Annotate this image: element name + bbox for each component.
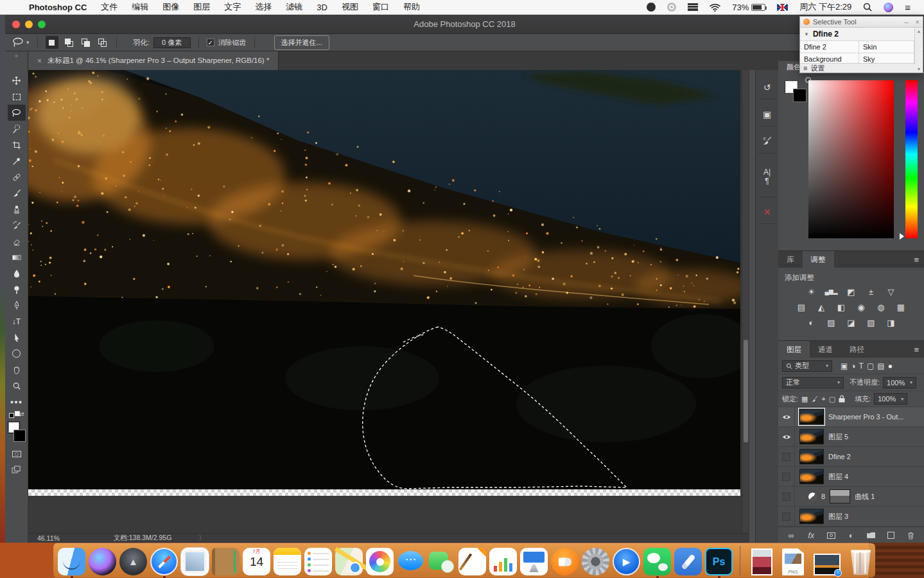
stack-status-icon[interactable]: [688, 3, 698, 11]
ps-title-bar[interactable]: Adobe Photoshop CC 2018: [5, 15, 924, 34]
black-white-icon[interactable]: ◧: [834, 301, 848, 313]
libraries-tab[interactable]: 库: [778, 251, 803, 268]
history-panel-icon[interactable]: ↺: [758, 75, 777, 100]
layer-visibility-toggle[interactable]: [778, 467, 795, 486]
menu-filter[interactable]: 滤镜: [286, 1, 302, 13]
move-tool[interactable]: [8, 73, 26, 89]
hue-saturation-icon[interactable]: ▤: [794, 301, 808, 313]
new-layer-icon[interactable]: [884, 530, 898, 541]
battery-status[interactable]: 73%: [732, 3, 765, 12]
menu-select[interactable]: 选择: [255, 1, 272, 13]
layer-row[interactable]: 图层 4: [778, 467, 924, 487]
filter-type-layers-icon[interactable]: T: [859, 362, 864, 371]
add-to-selection-button[interactable]: [62, 36, 75, 49]
color-balance-icon[interactable]: ◭: [814, 301, 828, 313]
eyedropper-tool[interactable]: [8, 153, 26, 169]
fill-dropdown[interactable]: 100%▾: [874, 393, 907, 405]
filter-adjustment-layers-icon[interactable]: ◑: [851, 362, 855, 371]
paths-tab[interactable]: 路径: [841, 341, 873, 358]
canvas-area[interactable]: 46.11% 文档:138.3M/2.95G 〉: [28, 70, 749, 543]
curves-icon[interactable]: ◩: [844, 286, 859, 297]
creative-cloud-icon[interactable]: [667, 3, 676, 12]
minimize-window-button[interactable]: [25, 21, 33, 28]
selective-filter-button[interactable]: Dfine 2: [800, 41, 859, 53]
swap-colors-icon[interactable]: ⇄: [9, 411, 24, 419]
selective-filter-button[interactable]: Skin: [859, 41, 914, 53]
filter-pixel-layers-icon[interactable]: ▣: [841, 362, 848, 371]
quick-mask-button[interactable]: [8, 446, 26, 462]
new-selection-mode-button[interactable]: [46, 36, 58, 49]
dodge-tool[interactable]: [8, 281, 26, 297]
subtract-from-selection-button[interactable]: [79, 36, 92, 49]
dock-system-preferences[interactable]: [582, 548, 609, 575]
filter-toggle-icon[interactable]: ●: [888, 362, 893, 371]
menu-image[interactable]: 图像: [162, 1, 179, 13]
hue-slider-arrow[interactable]: [900, 233, 904, 240]
marquee-tool[interactable]: [8, 89, 26, 105]
feather-input[interactable]: 0 像素: [153, 37, 191, 48]
threshold-icon[interactable]: ◪: [844, 317, 859, 328]
filter-type-dropdown[interactable]: 类型▾: [782, 360, 832, 372]
adjustments-tab[interactable]: 调整: [803, 251, 834, 268]
lock-position-icon[interactable]: ⌖: [821, 395, 825, 403]
layer-row[interactable]: Sharpener Pro 3 - Out...: [778, 407, 924, 427]
delete-layer-icon[interactable]: [904, 530, 918, 541]
dock-wechat[interactable]: [643, 548, 671, 575]
siri-icon[interactable]: [884, 3, 893, 12]
type-tool[interactable]: ↓T: [8, 313, 26, 329]
layer-thumbnail[interactable]: [799, 509, 824, 524]
screen-mode-button[interactable]: [8, 462, 26, 478]
brush-settings-panel-icon[interactable]: [758, 129, 777, 153]
add-layer-mask-icon[interactable]: [824, 530, 838, 541]
lock-transparency-icon[interactable]: ▦: [801, 395, 808, 403]
selective-settings-footer[interactable]: ≡设置: [800, 63, 916, 73]
channel-mixer-icon[interactable]: ◍: [874, 301, 888, 313]
saturation-brightness-field[interactable]: [808, 80, 894, 238]
posterize-icon[interactable]: ▨: [824, 317, 839, 328]
wechat-status-icon[interactable]: [647, 3, 656, 12]
collapse-triangle-icon[interactable]: ▼: [804, 31, 809, 37]
menu-layer[interactable]: 图层: [193, 1, 210, 13]
layer-thumbnail[interactable]: [799, 449, 824, 464]
zoom-level-field[interactable]: 46.11%: [37, 534, 60, 542]
dock-image-document[interactable]: [751, 548, 772, 575]
quick-selection-tool[interactable]: [8, 121, 26, 137]
dock-notes[interactable]: [274, 548, 301, 575]
filter-shape-layers-icon[interactable]: ▢: [867, 362, 874, 371]
layers-tab[interactable]: 图层: [778, 341, 810, 358]
layer-row[interactable]: 图层 5: [778, 427, 924, 447]
gradient-map-icon[interactable]: ▧: [864, 317, 878, 328]
dock-ibooks[interactable]: [551, 548, 579, 575]
spotlight-search-icon[interactable]: [863, 3, 872, 12]
menu-app-name[interactable]: Photoshop CC: [29, 3, 87, 12]
dock-messages[interactable]: [397, 548, 424, 575]
vertical-scroll-thumb[interactable]: [744, 340, 748, 442]
dock-facetime[interactable]: [428, 548, 455, 575]
close-document-icon[interactable]: ×: [37, 57, 42, 66]
new-adjustment-layer-icon[interactable]: ◐: [844, 530, 859, 541]
background-color-swatch[interactable]: [13, 430, 26, 442]
menu-help[interactable]: 帮助: [403, 1, 420, 13]
dock-launchpad[interactable]: ▲: [119, 548, 147, 575]
panel-menu-icon[interactable]: ≡: [909, 251, 924, 268]
gradient-tool[interactable]: [8, 249, 26, 265]
antialias-checkbox[interactable]: ✓: [207, 39, 214, 46]
menu-type[interactable]: 文字: [224, 1, 241, 13]
opacity-dropdown[interactable]: 100%▾: [883, 377, 916, 389]
selective-color-icon[interactable]: ◨: [884, 317, 898, 328]
lock-artboard-icon[interactable]: ▢: [829, 395, 835, 403]
intersect-selection-button[interactable]: [96, 36, 109, 49]
pen-tool[interactable]: [8, 297, 26, 313]
dock-photoshop[interactable]: Ps: [705, 548, 733, 575]
close-window-button[interactable]: [12, 21, 20, 28]
spot-healing-brush-tool[interactable]: [8, 169, 26, 185]
layer-mask-thumbnail[interactable]: [830, 489, 850, 504]
lock-all-icon[interactable]: [839, 395, 845, 403]
panel-menu-icon[interactable]: ≡: [909, 341, 924, 358]
menu-window[interactable]: 窗口: [372, 1, 389, 13]
layer-name[interactable]: 图层 3: [828, 512, 848, 521]
layer-name[interactable]: 图层 5: [828, 432, 848, 442]
dock-web-image-document[interactable]: [814, 554, 841, 575]
blur-tool[interactable]: [8, 265, 26, 281]
layer-row[interactable]: 8 曲线 1: [778, 487, 924, 507]
